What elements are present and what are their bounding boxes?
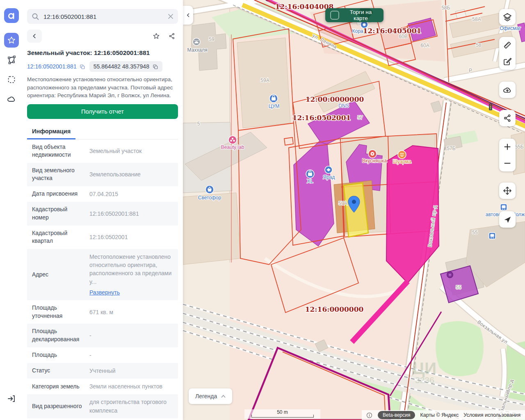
shaurma-poi-icon bbox=[398, 151, 406, 159]
info-icon[interactable] bbox=[366, 412, 373, 419]
svg-text:60В: 60В bbox=[399, 34, 407, 39]
svg-text:3236: 3236 bbox=[415, 375, 434, 385]
expand-link[interactable]: Развернуть bbox=[89, 288, 120, 297]
upload-button[interactable] bbox=[499, 82, 516, 98]
pan-move-icon bbox=[502, 186, 512, 196]
parcel-55-poi-icon bbox=[447, 272, 453, 278]
table-row: Категория земель Земли населенных пункто… bbox=[27, 379, 178, 394]
app-logo[interactable] bbox=[4, 8, 19, 23]
terms-link[interactable]: Условия использования bbox=[463, 412, 520, 418]
traffic-light-icon bbox=[489, 103, 492, 110]
app-window: Земельный участок: 12:16:0502001:881 12:… bbox=[0, 0, 525, 420]
svg-text:ЦУМ: ЦУМ bbox=[269, 103, 280, 109]
svg-text:59: 59 bbox=[209, 37, 215, 42]
svg-text:12:00:0000000: 12:00:0000000 bbox=[306, 95, 364, 103]
sidebar-item-favorites[interactable] bbox=[4, 33, 19, 48]
table-row: Дата присвоения 07.04.2015 bbox=[27, 186, 178, 202]
search-icon bbox=[31, 12, 39, 21]
plus-icon bbox=[502, 142, 512, 152]
scale-line bbox=[251, 415, 314, 418]
draw-tools-group bbox=[499, 37, 516, 70]
table-row: Вид разрешенного для строительства торго… bbox=[27, 394, 178, 418]
polygon-measure-icon bbox=[7, 55, 16, 65]
yarad-poi-icon bbox=[325, 166, 332, 173]
table-row: Статус Учтенный bbox=[27, 363, 178, 379]
favorite-button[interactable] bbox=[150, 30, 162, 42]
copy-icon[interactable] bbox=[79, 64, 85, 70]
sidebar-item-area-select[interactable] bbox=[4, 72, 19, 87]
svg-text:55Б: 55Б bbox=[515, 144, 523, 150]
zoom-in-button[interactable] bbox=[499, 139, 516, 155]
sign-in-button[interactable] bbox=[4, 391, 19, 406]
table-row: Площадь уточненная 671 кв. м bbox=[27, 300, 178, 324]
svg-text:Светофор: Светофор bbox=[198, 195, 221, 201]
svg-text:Кора: Кора bbox=[352, 28, 363, 34]
map-canvas[interactable]: ЦИ 3236 bbox=[183, 0, 525, 420]
sidebar-item-measure[interactable] bbox=[4, 52, 19, 67]
trades-on-map-toggle[interactable]: Торги на карте bbox=[325, 8, 383, 22]
svg-text:12:16:0405001: 12:16:0405001 bbox=[363, 27, 422, 35]
svg-text:Beauty lab: Beauty lab bbox=[221, 144, 244, 150]
search-bar bbox=[27, 9, 178, 24]
table-row: Кадастровый квартал 12:16:0502001 bbox=[27, 226, 178, 249]
cloud-upload-icon bbox=[502, 85, 512, 95]
my-location-button[interactable] bbox=[499, 211, 516, 228]
pan-mode-button[interactable] bbox=[499, 183, 516, 199]
svg-text:Офисмаг: Офисмаг bbox=[500, 25, 521, 31]
area-select-icon bbox=[7, 75, 16, 84]
ruler-button[interactable] bbox=[499, 37, 516, 53]
sidebar-item-cloud[interactable] bbox=[4, 92, 19, 107]
tab-information[interactable]: Информация bbox=[27, 124, 75, 139]
svg-text:57А: 57А bbox=[338, 201, 347, 206]
svg-text:55: 55 bbox=[472, 230, 478, 235]
transit-icon bbox=[489, 233, 495, 239]
zoom-controls bbox=[499, 139, 516, 171]
grocery-poi-icon bbox=[205, 185, 214, 194]
chips-row: 12:16:0502001:881 55.864482 48.357948 bbox=[27, 61, 178, 72]
table-row: Кадастровый номер 12:16:0502001:881 bbox=[27, 202, 178, 225]
svg-text:Р: Р bbox=[469, 68, 472, 73]
svg-text:ЦИ: ЦИ bbox=[413, 359, 436, 377]
chevron-left-icon bbox=[186, 13, 191, 18]
coordinates-chip[interactable]: 55.864482 48.357948 bbox=[89, 61, 162, 72]
app-logo-icon bbox=[7, 11, 16, 21]
svg-text:DNS: DNS bbox=[338, 103, 349, 109]
map-copyright: Карты © Яндекс bbox=[420, 412, 459, 418]
svg-text:5: 5 bbox=[197, 121, 200, 127]
chevron-up-icon bbox=[221, 395, 226, 398]
zoom-out-button[interactable] bbox=[499, 155, 516, 171]
table-row-address: Адрес Местоположение установлено относит… bbox=[27, 249, 178, 300]
food-poi-icon bbox=[368, 150, 377, 158]
svg-text:58Б: 58Б bbox=[441, 5, 450, 11]
table-row: Площадь декларированная - bbox=[27, 324, 178, 347]
trades-checkbox[interactable] bbox=[330, 11, 339, 20]
svg-text:XL: XL bbox=[307, 178, 313, 184]
page-title: Земельный участок: 12:16:0502001:881 bbox=[27, 49, 178, 57]
svg-text:60А: 60А bbox=[420, 43, 429, 48]
edit-draw-button[interactable] bbox=[499, 53, 516, 70]
back-button[interactable] bbox=[27, 30, 42, 43]
svg-text:57Б: 57Б bbox=[447, 146, 455, 151]
map-share-button[interactable] bbox=[499, 110, 516, 126]
svg-text:12:16:0404008: 12:16:0404008 bbox=[275, 2, 334, 11]
beauty-poi-icon bbox=[228, 136, 237, 144]
cadastral-number-link[interactable]: 12:16:0502001:881 bbox=[27, 63, 85, 70]
legend-button[interactable]: Легенда bbox=[189, 388, 232, 404]
map-attribution: Beta-версия Карты © Яндекс Условия испол… bbox=[362, 410, 525, 420]
tab-bar: Информация bbox=[27, 124, 178, 139]
beta-badge: Beta-версия bbox=[378, 411, 415, 419]
svg-text:Ярад: Ярад bbox=[323, 174, 335, 180]
collapse-panel-button[interactable] bbox=[183, 6, 193, 25]
get-report-button[interactable]: Получить отчет bbox=[27, 104, 178, 119]
search-input[interactable] bbox=[43, 13, 164, 21]
table-row: Вид объекта недвижимости Земельный участ… bbox=[27, 139, 178, 163]
svg-text:Вкусняшка: Вкусняшка bbox=[362, 158, 387, 164]
copy-icon[interactable] bbox=[152, 64, 158, 70]
clear-search-icon[interactable] bbox=[167, 13, 174, 20]
layers-button[interactable] bbox=[499, 9, 516, 25]
bus-stop-icon bbox=[500, 204, 507, 210]
share-button[interactable] bbox=[166, 30, 178, 42]
navigate-arrow-icon bbox=[503, 215, 512, 224]
ruler-icon bbox=[502, 40, 512, 50]
share-icon bbox=[503, 114, 512, 123]
